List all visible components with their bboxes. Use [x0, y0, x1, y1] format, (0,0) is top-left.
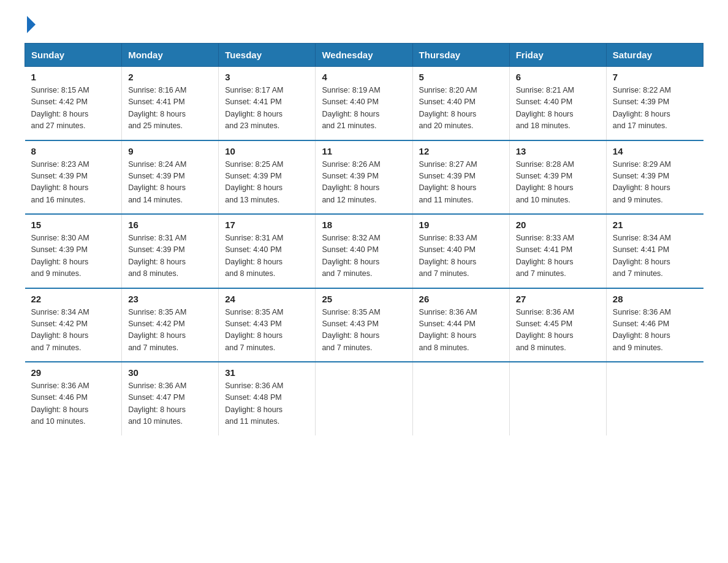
day-number: 30	[128, 367, 212, 378]
day-number: 26	[419, 294, 503, 304]
day-info: Sunrise: 8:34 AM Sunset: 4:42 PM Dayligh…	[31, 307, 116, 354]
day-info: Sunrise: 8:36 AM Sunset: 4:48 PM Dayligh…	[225, 380, 309, 428]
day-cell: 2 Sunrise: 8:16 AM Sunset: 4:41 PM Dayli…	[122, 67, 219, 140]
day-number: 5	[419, 72, 503, 82]
header-cell-friday: Friday	[509, 44, 606, 67]
day-info: Sunrise: 8:27 AM Sunset: 4:39 PM Dayligh…	[419, 159, 503, 207]
day-cell: 16 Sunrise: 8:31 AM Sunset: 4:39 PM Dayl…	[122, 214, 219, 288]
day-number: 27	[516, 294, 600, 304]
day-info: Sunrise: 8:22 AM Sunset: 4:39 PM Dayligh…	[613, 85, 697, 132]
day-number: 8	[31, 146, 116, 156]
day-info: Sunrise: 8:35 AM Sunset: 4:43 PM Dayligh…	[225, 307, 309, 354]
day-info: Sunrise: 8:20 AM Sunset: 4:40 PM Dayligh…	[419, 85, 503, 132]
day-info: Sunrise: 8:21 AM Sunset: 4:40 PM Dayligh…	[516, 85, 600, 132]
day-info: Sunrise: 8:36 AM Sunset: 4:46 PM Dayligh…	[31, 380, 116, 428]
day-number: 20	[516, 220, 600, 230]
day-number: 18	[322, 220, 406, 230]
day-number: 23	[128, 294, 212, 304]
day-info: Sunrise: 8:34 AM Sunset: 4:41 PM Dayligh…	[613, 232, 697, 280]
day-cell: 26 Sunrise: 8:36 AM Sunset: 4:44 PM Dayl…	[412, 288, 509, 362]
day-info: Sunrise: 8:23 AM Sunset: 4:39 PM Dayligh…	[31, 159, 116, 207]
header-row: SundayMondayTuesdayWednesdayThursdayFrid…	[25, 44, 703, 67]
logo-general	[25, 18, 36, 33]
header-cell-thursday: Thursday	[412, 44, 509, 67]
day-cell: 18 Sunrise: 8:32 AM Sunset: 4:40 PM Dayl…	[316, 214, 412, 288]
day-number: 3	[225, 72, 309, 82]
day-cell: 3 Sunrise: 8:17 AM Sunset: 4:41 PM Dayli…	[219, 67, 316, 140]
day-info: Sunrise: 8:30 AM Sunset: 4:39 PM Dayligh…	[31, 232, 116, 280]
day-number: 9	[128, 146, 212, 156]
day-info: Sunrise: 8:36 AM Sunset: 4:47 PM Dayligh…	[128, 380, 212, 428]
day-number: 2	[128, 72, 212, 82]
day-number: 1	[31, 72, 116, 82]
day-info: Sunrise: 8:31 AM Sunset: 4:39 PM Dayligh…	[128, 232, 212, 280]
day-number: 7	[613, 72, 697, 82]
day-cell: 23 Sunrise: 8:35 AM Sunset: 4:42 PM Dayl…	[122, 288, 219, 362]
day-cell: 20 Sunrise: 8:33 AM Sunset: 4:41 PM Dayl…	[509, 214, 606, 288]
day-cell: 24 Sunrise: 8:35 AM Sunset: 4:43 PM Dayl…	[219, 288, 316, 362]
day-number: 10	[225, 146, 309, 156]
day-cell: 17 Sunrise: 8:31 AM Sunset: 4:40 PM Dayl…	[219, 214, 316, 288]
logo	[25, 18, 36, 31]
day-number: 6	[516, 72, 600, 82]
day-cell: 5 Sunrise: 8:20 AM Sunset: 4:40 PM Dayli…	[412, 67, 509, 140]
week-row-2: 8 Sunrise: 8:23 AM Sunset: 4:39 PM Dayli…	[25, 140, 703, 215]
day-cell	[606, 362, 703, 435]
day-cell: 12 Sunrise: 8:27 AM Sunset: 4:39 PM Dayl…	[412, 140, 509, 215]
day-cell: 7 Sunrise: 8:22 AM Sunset: 4:39 PM Dayli…	[606, 67, 703, 140]
day-number: 13	[516, 146, 600, 156]
day-info: Sunrise: 8:28 AM Sunset: 4:39 PM Dayligh…	[516, 159, 600, 207]
day-info: Sunrise: 8:31 AM Sunset: 4:40 PM Dayligh…	[225, 232, 309, 280]
day-cell: 22 Sunrise: 8:34 AM Sunset: 4:42 PM Dayl…	[25, 288, 122, 362]
day-cell: 4 Sunrise: 8:19 AM Sunset: 4:40 PM Dayli…	[316, 67, 412, 140]
day-number: 22	[31, 294, 116, 304]
calendar-header: SundayMondayTuesdayWednesdayThursdayFrid…	[25, 44, 703, 67]
day-number: 29	[31, 367, 116, 378]
header-cell-wednesday: Wednesday	[316, 44, 412, 67]
day-cell: 15 Sunrise: 8:30 AM Sunset: 4:39 PM Dayl…	[25, 214, 122, 288]
header-cell-sunday: Sunday	[25, 44, 122, 67]
day-cell: 6 Sunrise: 8:21 AM Sunset: 4:40 PM Dayli…	[509, 67, 606, 140]
day-number: 17	[225, 220, 309, 230]
day-info: Sunrise: 8:36 AM Sunset: 4:44 PM Dayligh…	[419, 307, 503, 354]
day-cell: 9 Sunrise: 8:24 AM Sunset: 4:39 PM Dayli…	[122, 140, 219, 215]
calendar-body: 1 Sunrise: 8:15 AM Sunset: 4:42 PM Dayli…	[25, 67, 703, 435]
day-number: 14	[613, 146, 697, 156]
day-cell	[316, 362, 412, 435]
day-number: 25	[322, 294, 406, 304]
day-cell: 8 Sunrise: 8:23 AM Sunset: 4:39 PM Dayli…	[25, 140, 122, 215]
day-info: Sunrise: 8:26 AM Sunset: 4:39 PM Dayligh…	[322, 159, 406, 207]
day-info: Sunrise: 8:29 AM Sunset: 4:39 PM Dayligh…	[613, 159, 697, 207]
day-number: 19	[419, 220, 503, 230]
day-info: Sunrise: 8:32 AM Sunset: 4:40 PM Dayligh…	[322, 232, 406, 280]
week-row-3: 15 Sunrise: 8:30 AM Sunset: 4:39 PM Dayl…	[25, 214, 703, 288]
logo-arrow-icon	[27, 16, 36, 33]
day-info: Sunrise: 8:35 AM Sunset: 4:43 PM Dayligh…	[322, 307, 406, 354]
day-cell: 14 Sunrise: 8:29 AM Sunset: 4:39 PM Dayl…	[606, 140, 703, 215]
day-cell: 25 Sunrise: 8:35 AM Sunset: 4:43 PM Dayl…	[316, 288, 412, 362]
day-number: 11	[322, 146, 406, 156]
day-cell	[509, 362, 606, 435]
header-cell-monday: Monday	[122, 44, 219, 67]
day-info: Sunrise: 8:35 AM Sunset: 4:42 PM Dayligh…	[128, 307, 212, 354]
day-info: Sunrise: 8:17 AM Sunset: 4:41 PM Dayligh…	[225, 85, 309, 132]
day-info: Sunrise: 8:33 AM Sunset: 4:40 PM Dayligh…	[419, 232, 503, 280]
day-cell: 13 Sunrise: 8:28 AM Sunset: 4:39 PM Dayl…	[509, 140, 606, 215]
page-header	[25, 18, 703, 31]
day-cell: 31 Sunrise: 8:36 AM Sunset: 4:48 PM Dayl…	[219, 362, 316, 435]
day-number: 28	[613, 294, 697, 304]
calendar-table: SundayMondayTuesdayWednesdayThursdayFrid…	[25, 43, 703, 435]
day-number: 12	[419, 146, 503, 156]
day-cell: 30 Sunrise: 8:36 AM Sunset: 4:47 PM Dayl…	[122, 362, 219, 435]
day-number: 31	[225, 367, 309, 378]
day-cell	[412, 362, 509, 435]
header-cell-saturday: Saturday	[606, 44, 703, 67]
day-info: Sunrise: 8:36 AM Sunset: 4:46 PM Dayligh…	[613, 307, 697, 354]
day-number: 16	[128, 220, 212, 230]
day-cell: 27 Sunrise: 8:36 AM Sunset: 4:45 PM Dayl…	[509, 288, 606, 362]
day-cell: 21 Sunrise: 8:34 AM Sunset: 4:41 PM Dayl…	[606, 214, 703, 288]
day-cell: 28 Sunrise: 8:36 AM Sunset: 4:46 PM Dayl…	[606, 288, 703, 362]
day-info: Sunrise: 8:25 AM Sunset: 4:39 PM Dayligh…	[225, 159, 309, 207]
day-info: Sunrise: 8:19 AM Sunset: 4:40 PM Dayligh…	[322, 85, 406, 132]
day-cell: 19 Sunrise: 8:33 AM Sunset: 4:40 PM Dayl…	[412, 214, 509, 288]
